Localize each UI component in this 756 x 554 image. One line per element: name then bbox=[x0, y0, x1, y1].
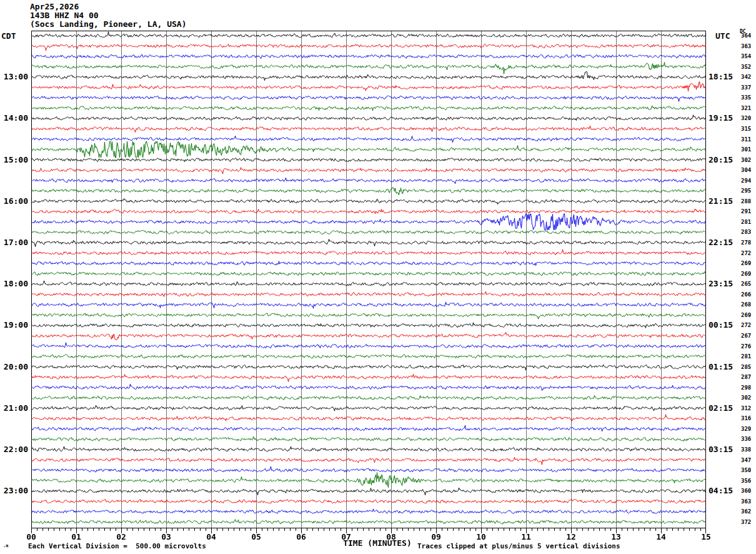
header-date: Apr25,2026 bbox=[30, 3, 79, 11]
vertical-scale-note: Each Vertical Division = 500.00 microvol… bbox=[28, 542, 206, 550]
dc-value: 268 bbox=[741, 301, 756, 308]
x-axis-title: TIME (MINUTES) bbox=[327, 538, 428, 548]
dc-value: 337 bbox=[741, 84, 756, 91]
utc-time-label: 18:15 bbox=[709, 72, 733, 81]
dc-value: 298 bbox=[741, 385, 756, 391]
utc-time-label: 02:15 bbox=[709, 403, 733, 413]
dc-value: 338 bbox=[741, 446, 756, 453]
dc-value: 285 bbox=[741, 364, 756, 370]
hour-label: 14:00 bbox=[0, 113, 28, 123]
dc-value: 281 bbox=[741, 219, 756, 225]
dc-value: 265 bbox=[741, 281, 756, 287]
header-station-location: (Socs Landing, Pioneer, LA, USA) bbox=[30, 20, 186, 29]
dc-value: 350 bbox=[741, 467, 756, 473]
dc-value: 336 bbox=[741, 436, 756, 442]
clipping-note: Traces clipped at plus/minus 5 vertical … bbox=[417, 542, 620, 550]
x-tick-label: 00 bbox=[23, 532, 39, 541]
dc-value: 295 bbox=[741, 188, 756, 194]
dc-value: 347 bbox=[741, 457, 756, 463]
hour-label: 22:00 bbox=[0, 445, 28, 454]
utc-time-label: 20:15 bbox=[709, 155, 733, 164]
x-tick-label: 03 bbox=[158, 532, 174, 541]
x-tick-label: 13 bbox=[608, 532, 624, 541]
hour-label: 17:00 bbox=[0, 238, 28, 247]
dc-value: 288 bbox=[741, 198, 756, 204]
dc-value: 311 bbox=[741, 136, 756, 143]
dc-value: 276 bbox=[741, 343, 756, 350]
dc-value: 329 bbox=[741, 426, 756, 432]
hour-label: 20:00 bbox=[0, 362, 28, 371]
x-tick-label: 05 bbox=[248, 532, 264, 541]
x-tick-label: 14 bbox=[653, 532, 669, 541]
dc-value: 272 bbox=[741, 322, 756, 328]
dc-value: 269 bbox=[741, 260, 756, 266]
x-tick-label: 09 bbox=[428, 532, 444, 541]
dc-value: 352 bbox=[741, 64, 756, 70]
utc-time-label: 22:15 bbox=[709, 238, 733, 247]
utc-time-label: 21:15 bbox=[709, 196, 733, 206]
dc-value: 269 bbox=[741, 312, 756, 318]
utc-time-label: 23:15 bbox=[709, 279, 733, 288]
corner-mark: .m bbox=[3, 543, 8, 548]
dc-value: 356 bbox=[741, 478, 756, 484]
utc-time-label: 03:15 bbox=[709, 445, 733, 454]
x-tick-label: 06 bbox=[293, 532, 309, 541]
dc-value: 321 bbox=[741, 105, 756, 111]
dc-value: 272 bbox=[741, 250, 756, 256]
dc-value: 362 bbox=[741, 508, 756, 515]
dc-value: 335 bbox=[741, 94, 756, 101]
dc-value: 354 bbox=[741, 53, 756, 59]
right-timezone-label: UTC bbox=[715, 31, 730, 41]
dc-value: 312 bbox=[741, 405, 756, 411]
x-tick-label: 10 bbox=[473, 532, 489, 541]
dc-value: 364 bbox=[741, 33, 756, 39]
dc-value: 267 bbox=[741, 333, 756, 339]
dc-value: 316 bbox=[741, 415, 756, 421]
dc-value: 291 bbox=[741, 208, 756, 214]
dc-value: 281 bbox=[741, 353, 756, 360]
dc-value: 372 bbox=[741, 519, 756, 525]
hour-label: 18:00 bbox=[0, 279, 28, 288]
dc-value: 301 bbox=[741, 146, 756, 153]
seismogram-canvas bbox=[31, 31, 707, 538]
utc-time-label: 19:15 bbox=[709, 113, 733, 123]
dc-value: 269 bbox=[741, 271, 756, 277]
x-tick-label: 04 bbox=[203, 532, 219, 541]
dc-value: 363 bbox=[741, 498, 756, 505]
header-station-code: 143B HHZ N4 00 bbox=[30, 11, 99, 20]
dc-value: 266 bbox=[741, 291, 756, 298]
dc-value: 363 bbox=[741, 43, 756, 49]
utc-time-label: 01:15 bbox=[709, 362, 733, 371]
dc-value: 287 bbox=[741, 374, 756, 380]
utc-time-label: 00:15 bbox=[709, 320, 733, 330]
dc-value: 360 bbox=[741, 488, 756, 494]
dc-value: 283 bbox=[741, 229, 756, 235]
hour-label: 13:00 bbox=[0, 72, 28, 81]
utc-time-label: 04:15 bbox=[709, 486, 733, 495]
dc-value: 302 bbox=[741, 395, 756, 401]
x-tick-label: 01 bbox=[68, 532, 84, 541]
x-tick-label: 02 bbox=[113, 532, 129, 541]
dc-value: 302 bbox=[741, 157, 756, 163]
hour-label: 16:00 bbox=[0, 196, 28, 206]
dc-value: 315 bbox=[741, 126, 756, 132]
hour-label: 23:00 bbox=[0, 486, 28, 495]
hour-label: 21:00 bbox=[0, 403, 28, 413]
dc-value: 342 bbox=[741, 74, 756, 80]
dc-value: 304 bbox=[741, 167, 756, 173]
x-tick-label: 11 bbox=[518, 532, 534, 541]
left-timezone-label: CDT bbox=[1, 31, 16, 41]
x-tick-label: 12 bbox=[563, 532, 579, 541]
dc-value: 320 bbox=[741, 115, 756, 121]
hour-label: 19:00 bbox=[0, 320, 28, 330]
dc-value: 294 bbox=[741, 178, 756, 184]
dc-value: 278 bbox=[741, 239, 756, 246]
hour-label: 15:00 bbox=[0, 155, 28, 164]
x-tick-label: 15 bbox=[698, 532, 714, 541]
